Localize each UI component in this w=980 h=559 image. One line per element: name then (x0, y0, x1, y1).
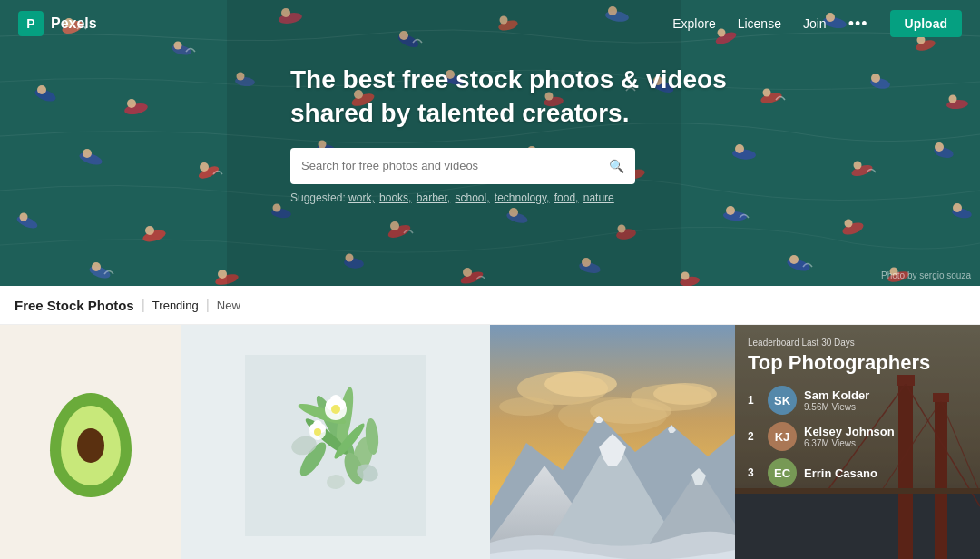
suggested-term-books[interactable]: books, (379, 191, 411, 204)
avatar-3: EC (768, 458, 797, 487)
photo-grid: Leaderboard Last 30 Days Top Photographe… (0, 325, 980, 559)
section-divider: | (142, 297, 145, 313)
svg-point-73 (951, 207, 973, 220)
hero-title: The best free stock photos & videos shar… (290, 64, 980, 130)
svg-point-86 (681, 272, 690, 280)
photo-avocado[interactable] (0, 325, 181, 559)
upload-button[interactable]: Upload (890, 10, 962, 37)
svg-point-87 (786, 257, 811, 273)
section-title: Free Stock Photos (15, 298, 134, 313)
svg-point-76 (92, 262, 101, 271)
svg-point-77 (214, 272, 240, 286)
leaderboard-label: Leaderboard Last 30 Days (748, 338, 967, 348)
hero-content: The best free stock photos & videos shar… (0, 64, 980, 204)
avocado-seed (77, 428, 104, 463)
svg-point-119 (653, 383, 717, 405)
avatar-2: KJ (768, 422, 797, 451)
nav-explore[interactable]: Explore (672, 16, 715, 31)
photo-mountain[interactable] (490, 325, 735, 559)
svg-point-72 (845, 220, 853, 228)
svg-point-80 (346, 254, 354, 262)
nav-more-icon[interactable]: ••• (848, 15, 868, 34)
svg-point-107 (314, 428, 321, 436)
nav-join[interactable]: Join (803, 16, 827, 31)
svg-point-57 (15, 214, 39, 230)
search-input[interactable] (301, 159, 609, 172)
suggested-terms: Suggested: work, books, barber, school, … (290, 191, 980, 204)
nav-links: Explore License Join ••• Upload (672, 10, 962, 37)
avocado-shape (50, 393, 132, 497)
suggested-term-work[interactable]: work, (348, 191, 375, 204)
avatar-placeholder-1: SK (768, 386, 797, 415)
avatar-placeholder-3: EC (768, 458, 797, 487)
photo-credit: Photo by sergio souza (881, 270, 971, 280)
svg-point-101 (330, 395, 341, 406)
svg-point-117 (544, 371, 617, 397)
tab-trending[interactable]: Trending (152, 299, 199, 312)
logo[interactable]: P Pexels (18, 11, 97, 36)
photographer-info-1: Sam Kolder 9.56M Views (804, 388, 869, 412)
svg-point-75 (88, 264, 112, 281)
suggested-term-food[interactable]: food, (554, 191, 579, 204)
svg-point-83 (578, 260, 602, 275)
photographer-item-2[interactable]: 2 KJ Kelsey Johnson 6.37M Views (748, 422, 967, 451)
photographers-overlay: Leaderboard Last 30 Days Top Photographe… (735, 325, 980, 559)
navbar: P Pexels Explore License Join ••• Upload (0, 0, 980, 47)
svg-point-67 (615, 228, 637, 241)
svg-point-82 (463, 268, 472, 277)
tab-new[interactable]: New (217, 299, 240, 312)
photographer-name-2: Kelsey Johnson (804, 425, 895, 438)
top-photographers-title: Top Photographers (748, 351, 967, 375)
svg-point-66 (509, 208, 518, 217)
photo-flowers[interactable] (181, 325, 490, 559)
suggested-term-technology[interactable]: technology, (495, 191, 550, 204)
photographer-item-1[interactable]: 1 SK Sam Kolder 9.56M Views (748, 386, 967, 415)
svg-point-78 (218, 270, 227, 279)
photographer-info-3: Errin Casano (804, 466, 877, 480)
svg-point-65 (505, 211, 529, 225)
svg-point-74 (953, 203, 962, 212)
svg-point-71 (841, 221, 865, 237)
logo-icon: P (18, 11, 44, 36)
svg-point-69 (723, 211, 748, 221)
rank-3: 3 (748, 466, 760, 479)
svg-point-120 (499, 397, 554, 416)
suggested-term-barber[interactable]: barber, (416, 191, 450, 204)
svg-point-102 (331, 405, 340, 414)
tab-divider: | (206, 297, 210, 313)
avatar-placeholder-2: KJ (768, 422, 797, 451)
svg-point-106 (313, 420, 322, 429)
svg-point-68 (618, 225, 626, 233)
mountain-svg (490, 325, 735, 559)
avocado-inner (61, 406, 121, 485)
svg-point-64 (390, 221, 399, 230)
svg-point-58 (20, 213, 28, 221)
suggested-term-nature[interactable]: nature (583, 191, 614, 204)
suggested-term-school[interactable]: school, (455, 191, 489, 204)
logo-text: Pexels (51, 15, 97, 32)
nav-license[interactable]: License (738, 16, 781, 31)
svg-point-62 (273, 204, 281, 212)
svg-point-84 (582, 258, 591, 267)
search-bar: 🔍 (290, 148, 635, 184)
svg-point-70 (726, 206, 735, 215)
photo-col-left (0, 325, 490, 559)
rank-2: 2 (748, 430, 760, 443)
suggested-label: Suggested: (290, 191, 346, 204)
photographer-views-1: 9.56M Views (804, 402, 869, 412)
photographer-name-1: Sam Kolder (804, 388, 869, 402)
flowers-svg (245, 355, 426, 536)
svg-point-81 (459, 270, 485, 286)
search-icon[interactable]: 🔍 (609, 159, 624, 173)
photographer-name-3: Errin Casano (804, 466, 877, 480)
photographer-item-3[interactable]: 3 EC Errin Casano (748, 458, 967, 487)
rank-1: 1 (748, 394, 760, 407)
photographer-info-2: Kelsey Johnson 6.37M Views (804, 425, 895, 448)
svg-point-61 (270, 208, 291, 220)
svg-point-88 (789, 255, 799, 264)
svg-point-79 (343, 257, 364, 270)
svg-point-63 (387, 222, 412, 240)
top-photographers-panel[interactable]: Leaderboard Last 30 Days Top Photographe… (735, 325, 980, 559)
svg-point-85 (679, 275, 700, 286)
photographer-views-2: 6.37M Views (804, 438, 895, 448)
